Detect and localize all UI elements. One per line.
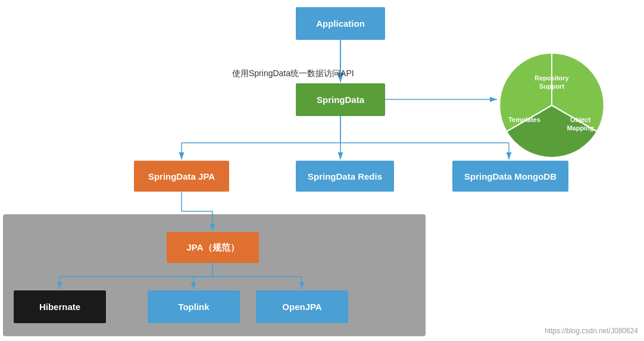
jpa-spec-box: JPA（规范）: [167, 232, 259, 263]
jpa-spec-label: JPA（规范）: [186, 242, 239, 254]
diagram-container: Application 使用SpringData统一数据访问API Spring…: [0, 0, 644, 341]
hibernate-box: Hibernate: [14, 290, 106, 323]
application-label: Application: [316, 18, 365, 29]
springdata-redis-label: SpringData Redis: [308, 171, 382, 182]
watermark: https://blog.csdn.net/J080624: [545, 327, 638, 335]
pie-chart: Repository Support Object Mapping Templa…: [497, 51, 607, 161]
springdata-redis-box: SpringData Redis: [296, 161, 394, 192]
springdata-box: SpringData: [296, 83, 385, 116]
openjpa-box: OpenJPA: [256, 290, 348, 323]
svg-text:Templates: Templates: [508, 116, 540, 123]
application-box: Application: [296, 7, 385, 40]
svg-text:Repository: Repository: [534, 74, 569, 82]
springdata-jpa-box: SpringData JPA: [134, 161, 229, 192]
hibernate-label: Hibernate: [39, 302, 80, 312]
springdata-api-label: 使用SpringData统一数据访问API: [232, 68, 354, 79]
svg-text:Mapping: Mapping: [567, 124, 593, 132]
openjpa-label: OpenJPA: [282, 302, 321, 312]
springdata-jpa-label: SpringData JPA: [148, 171, 215, 182]
springdata-mongodb-label: SpringData MongoDB: [464, 171, 557, 182]
toplink-box: Toplink: [148, 290, 240, 323]
toplink-label: Toplink: [178, 302, 209, 312]
svg-text:Support: Support: [539, 83, 564, 90]
springdata-label: SpringData: [317, 95, 364, 105]
svg-text:Object: Object: [570, 116, 591, 123]
springdata-mongodb-box: SpringData MongoDB: [452, 161, 568, 192]
